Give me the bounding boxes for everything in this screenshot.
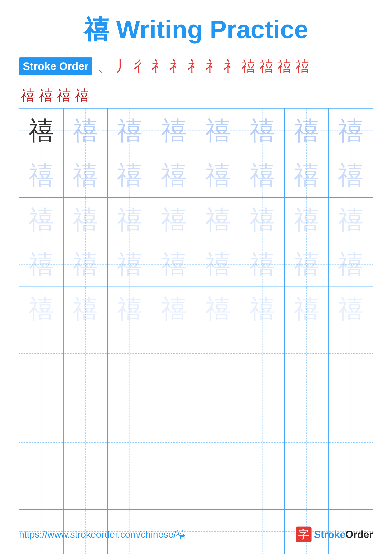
char-display: 禧 [294, 252, 319, 277]
grid-cell-7-1[interactable] [19, 376, 64, 420]
stroke-char-13: 禧 [21, 86, 35, 105]
grid-cell-2-4[interactable]: 禧 [152, 153, 196, 197]
grid-cell-7-3[interactable] [108, 376, 152, 420]
grid-cell-7-5[interactable] [196, 376, 241, 420]
grid-cell-3-2[interactable]: 禧 [64, 197, 108, 242]
grid-cell-3-7[interactable]: 禧 [285, 197, 329, 242]
grid-cell-9-4[interactable] [152, 465, 196, 509]
grid-cell-9-8[interactable] [329, 465, 373, 509]
grid-cell-4-8[interactable]: 禧 [329, 242, 373, 286]
grid-cell-9-1[interactable] [19, 465, 64, 509]
grid-cell-2-1[interactable]: 禧 [19, 153, 64, 197]
grid-cell-6-8[interactable] [329, 331, 373, 376]
grid-cell-6-1[interactable] [19, 331, 64, 376]
grid-cell-2-5[interactable]: 禧 [196, 153, 241, 197]
grid-cell-6-2[interactable] [64, 331, 108, 376]
grid-cell-7-2[interactable] [64, 376, 108, 420]
stroke-char-6: 礻 [187, 56, 202, 76]
grid-cell-4-1[interactable]: 禧 [19, 242, 64, 286]
char-display: 禧 [73, 162, 98, 188]
grid-cell-8-2[interactable] [64, 420, 108, 465]
stroke-char-3: 彳 [134, 56, 148, 76]
grid-cell-1-4[interactable]: 禧 [152, 109, 196, 153]
footer: https://www.strokeorder.com/chinese/禧 字 … [19, 526, 373, 542]
char-display: 禧 [29, 118, 54, 143]
grid-cell-6-3[interactable] [108, 331, 152, 376]
grid-cell-9-5[interactable] [196, 465, 241, 509]
grid-cell-1-2[interactable]: 禧 [64, 109, 108, 153]
stroke-char-1: 、 [97, 56, 112, 76]
char-display: 禧 [294, 207, 319, 232]
logo-stroke: Stroke [314, 529, 346, 540]
grid-cell-2-3[interactable]: 禧 [108, 153, 152, 197]
grid-cell-4-4[interactable]: 禧 [152, 242, 196, 286]
grid-cell-7-8[interactable] [329, 376, 373, 420]
grid-cell-3-3[interactable]: 禧 [108, 197, 152, 242]
grid-cell-7-6[interactable] [240, 376, 285, 420]
grid-cell-5-1[interactable]: 禧 [19, 287, 64, 331]
grid-cell-8-1[interactable] [19, 420, 64, 465]
grid-cell-3-1[interactable]: 禧 [19, 197, 64, 242]
grid-cell-3-6[interactable]: 禧 [240, 197, 285, 242]
grid-cell-9-6[interactable] [240, 465, 285, 509]
grid-cell-5-4[interactable]: 禧 [152, 287, 196, 331]
grid-cell-6-5[interactable] [196, 331, 241, 376]
grid-cell-8-3[interactable] [108, 420, 152, 465]
footer-url[interactable]: https://www.strokeorder.com/chinese/禧 [19, 528, 186, 541]
grid-cell-6-6[interactable] [240, 331, 285, 376]
grid-row-2: 禧 禧 禧 禧 禧 禧 禧 禧 [19, 153, 373, 198]
grid-cell-8-8[interactable] [329, 420, 373, 465]
page-title: 禧 Writing Practice [19, 13, 373, 47]
grid-cell-5-8[interactable]: 禧 [329, 287, 373, 331]
grid-cell-1-8[interactable]: 禧 [329, 109, 373, 153]
grid-cell-4-6[interactable]: 禧 [240, 242, 285, 286]
grid-cell-3-5[interactable]: 禧 [196, 197, 241, 242]
stroke-order-label: Stroke Order [19, 58, 92, 75]
grid-cell-9-3[interactable] [108, 465, 152, 509]
grid-cell-5-2[interactable]: 禧 [64, 287, 108, 331]
char-display: 禧 [161, 252, 187, 277]
grid-cell-2-6[interactable]: 禧 [240, 153, 285, 197]
grid-cell-3-4[interactable]: 禧 [152, 197, 196, 242]
grid-cell-2-8[interactable]: 禧 [329, 153, 373, 197]
grid-cell-8-5[interactable] [196, 420, 241, 465]
grid-cell-5-5[interactable]: 禧 [196, 287, 241, 331]
grid-cell-6-4[interactable] [152, 331, 196, 376]
grid-cell-2-2[interactable]: 禧 [64, 153, 108, 197]
char-display: 禧 [294, 118, 319, 143]
grid-cell-7-4[interactable] [152, 376, 196, 420]
grid-cell-8-7[interactable] [285, 420, 329, 465]
char-display: 禧 [161, 207, 187, 232]
grid-cell-8-4[interactable] [152, 420, 196, 465]
char-display: 禧 [117, 296, 142, 321]
grid-cell-9-7[interactable] [285, 465, 329, 509]
grid-cell-1-3[interactable]: 禧 [108, 109, 152, 153]
grid-row-1: 禧 禧 禧 禧 禧 禧 禧 禧 [19, 109, 373, 153]
logo-icon: 字 [296, 526, 312, 542]
stroke-char-5: 礻 [170, 56, 184, 76]
grid-cell-1-5[interactable]: 禧 [196, 109, 241, 153]
grid-cell-9-2[interactable] [64, 465, 108, 509]
logo-text: StrokeOrder [314, 529, 373, 540]
char-display: 禧 [338, 296, 363, 321]
grid-cell-8-6[interactable] [240, 420, 285, 465]
grid-cell-1-6[interactable]: 禧 [240, 109, 285, 153]
grid-cell-4-5[interactable]: 禧 [196, 242, 241, 286]
grid-cell-4-7[interactable]: 禧 [285, 242, 329, 286]
grid-cell-4-2[interactable]: 禧 [64, 242, 108, 286]
grid-cell-5-3[interactable]: 禧 [108, 287, 152, 331]
grid-cell-4-3[interactable]: 禧 [108, 242, 152, 286]
stroke-char-14: 禧 [39, 86, 53, 105]
char-display: 禧 [73, 296, 98, 321]
grid-cell-3-8[interactable]: 禧 [329, 197, 373, 242]
char-display: 禧 [161, 296, 187, 321]
grid-cell-7-7[interactable] [285, 376, 329, 420]
grid-cell-1-1[interactable]: 禧 [19, 109, 64, 153]
practice-grid: 禧 禧 禧 禧 禧 禧 禧 禧 禧 禧 禧 禧 禧 禧 禧 禧 禧 禧 禧 禧 … [19, 108, 373, 554]
grid-cell-2-7[interactable]: 禧 [285, 153, 329, 197]
grid-cell-5-7[interactable]: 禧 [285, 287, 329, 331]
grid-cell-5-6[interactable]: 禧 [240, 287, 285, 331]
char-display: 禧 [29, 162, 54, 188]
grid-cell-6-7[interactable] [285, 331, 329, 376]
grid-cell-1-7[interactable]: 禧 [285, 109, 329, 153]
